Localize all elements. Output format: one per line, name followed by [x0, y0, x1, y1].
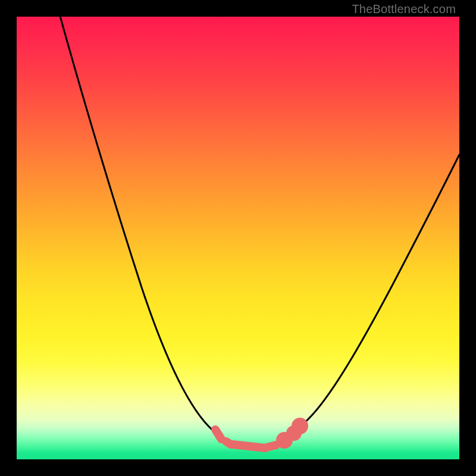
- marker-seg: [267, 445, 276, 447]
- curve-layer: [17, 17, 459, 459]
- marker-dot: [280, 436, 289, 444]
- watermark-text: TheBottleneck.com: [352, 2, 456, 16]
- marker-seg: [233, 444, 265, 448]
- marker-seg: [215, 430, 221, 439]
- chart-plot-area: [17, 17, 459, 459]
- marker-dot: [296, 422, 304, 430]
- bottleneck-curve: [55, 17, 459, 448]
- bottom-marker-group: [215, 422, 304, 448]
